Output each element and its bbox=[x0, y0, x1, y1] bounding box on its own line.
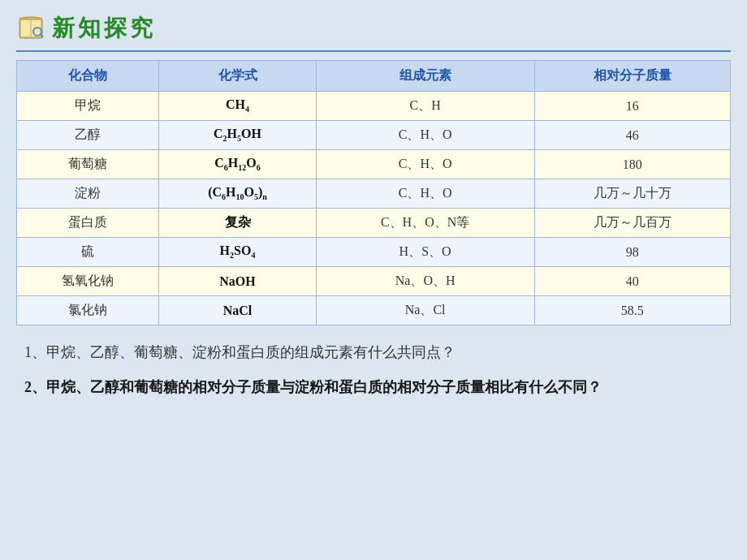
col-header-formula: 化学式 bbox=[159, 61, 316, 92]
cell-elements: C、H、O、N等 bbox=[316, 209, 534, 238]
table-row: 淀粉(C6H10O5)nC、H、O几万～几十万 bbox=[17, 179, 731, 209]
header-title: 新知探究 bbox=[52, 13, 156, 44]
cell-formula: C6H12O6 bbox=[159, 150, 316, 179]
svg-rect-1 bbox=[21, 20, 31, 37]
table-row: 氯化钠NaClNa、Cl58.5 bbox=[17, 296, 731, 325]
col-header-compound: 化合物 bbox=[17, 61, 159, 92]
chemistry-table: 化合物 化学式 组成元素 相对分子质量 甲烷CH4C、H16乙醇C2H5OHC、… bbox=[16, 60, 731, 325]
cell-elements: C、H、O bbox=[316, 121, 534, 150]
cell-mass: 46 bbox=[534, 121, 730, 150]
cell-compound: 氯化钠 bbox=[17, 296, 159, 325]
cell-elements: C、H bbox=[316, 92, 534, 121]
cell-compound: 淀粉 bbox=[17, 179, 159, 209]
cell-elements: Na、Cl bbox=[316, 296, 534, 325]
cell-compound: 葡萄糖 bbox=[17, 150, 159, 179]
table-row: 硫H2SO4H、S、O98 bbox=[17, 238, 731, 267]
table-row: 氢氧化钠NaOHNa、O、H40 bbox=[17, 267, 731, 296]
book-icon bbox=[16, 14, 45, 43]
table-row: 乙醇C2H5OHC、H、O46 bbox=[17, 121, 731, 150]
cell-formula: NaOH bbox=[159, 267, 316, 296]
cell-mass: 98 bbox=[534, 238, 730, 267]
question-1: 1、甲烷、乙醇、葡萄糖、淀粉和蛋白质的组成元素有什么共同点？ bbox=[24, 340, 723, 365]
cell-compound: 蛋白质 bbox=[17, 209, 159, 238]
cell-compound: 硫 bbox=[17, 238, 159, 267]
cell-elements: C、H、O bbox=[316, 150, 534, 179]
cell-mass: 58.5 bbox=[534, 296, 730, 325]
cell-mass: 几万～几十万 bbox=[534, 179, 730, 209]
q2-number: 2 bbox=[24, 379, 32, 395]
cell-formula: CH4 bbox=[159, 92, 316, 121]
cell-formula: 复杂 bbox=[159, 209, 316, 238]
header: 新知探究 bbox=[16, 8, 731, 52]
col-header-mass: 相对分子质量 bbox=[534, 61, 730, 92]
questions-section: 1、甲烷、乙醇、葡萄糖、淀粉和蛋白质的组成元素有什么共同点？ 2、甲烷、乙醇和葡… bbox=[16, 340, 731, 399]
q2-text: 、甲烷、乙醇和葡萄糖的相对分子质量与淀粉和蛋白质的相对分子质量相比有什么不同？ bbox=[32, 379, 602, 395]
q1-text: 、甲烷、乙醇、葡萄糖、淀粉和蛋白质的组成元素有什么共同点？ bbox=[32, 344, 456, 360]
cell-elements: C、H、O bbox=[316, 179, 534, 209]
question-2: 2、甲烷、乙醇和葡萄糖的相对分子质量与淀粉和蛋白质的相对分子质量相比有什么不同？ bbox=[24, 375, 723, 400]
q1-number: 1 bbox=[24, 344, 32, 360]
cell-formula: NaCl bbox=[159, 296, 316, 325]
cell-formula: (C6H10O5)n bbox=[159, 179, 316, 209]
page: 新知探究 化合物 化学式 组成元素 相对分子质量 甲烷CH4C、H16乙醇C2H… bbox=[0, 0, 747, 560]
cell-compound: 乙醇 bbox=[17, 121, 159, 150]
cell-mass: 40 bbox=[534, 267, 730, 296]
cell-formula: H2SO4 bbox=[159, 238, 316, 267]
col-header-elements: 组成元素 bbox=[316, 61, 534, 92]
table-row: 葡萄糖C6H12O6C、H、O180 bbox=[17, 150, 731, 179]
cell-mass: 180 bbox=[534, 150, 730, 179]
cell-mass: 16 bbox=[534, 92, 730, 121]
cell-compound: 氢氧化钠 bbox=[17, 267, 159, 296]
table-row: 甲烷CH4C、H16 bbox=[17, 92, 731, 121]
table-row: 蛋白质复杂C、H、O、N等几万～几百万 bbox=[17, 209, 731, 238]
cell-formula: C2H5OH bbox=[159, 121, 316, 150]
cell-mass: 几万～几百万 bbox=[534, 209, 730, 238]
cell-elements: H、S、O bbox=[316, 238, 534, 267]
cell-compound: 甲烷 bbox=[17, 92, 159, 121]
data-table-container: 化合物 化学式 组成元素 相对分子质量 甲烷CH4C、H16乙醇C2H5OHC、… bbox=[16, 60, 731, 325]
cell-elements: Na、O、H bbox=[316, 267, 534, 296]
